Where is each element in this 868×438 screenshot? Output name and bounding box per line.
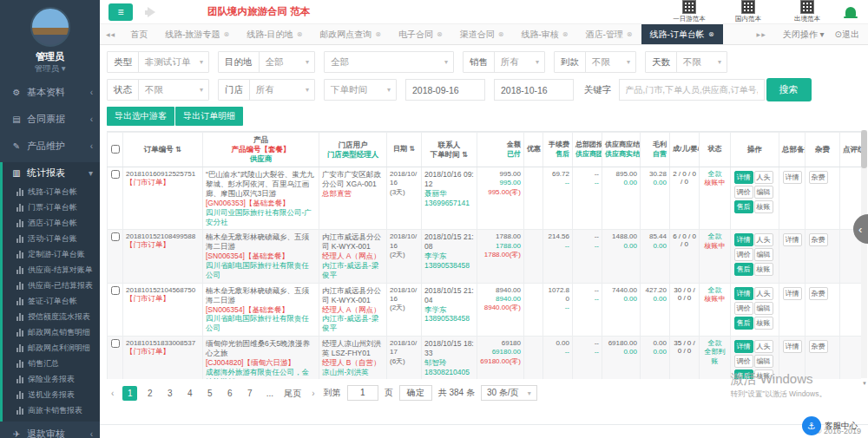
sidebar-subitem[interactable]: 线路-订单台帐 (3, 184, 100, 199)
tab[interactable]: 线路-订单台帐 ⊗ (641, 24, 723, 44)
tab[interactable]: 线路-目的地 ⊗ (238, 24, 311, 44)
sidebar-subitem[interactable]: 活动-订单台账 (3, 231, 100, 246)
row-action-button[interactable]: 人头 (754, 287, 773, 300)
column-header[interactable]: 总部团报供应商团报 (573, 133, 602, 167)
goto-confirm-button[interactable]: 确定 (399, 385, 432, 401)
row-action-button[interactable]: 详情 (734, 171, 753, 184)
page-number[interactable]: 6 (222, 386, 237, 401)
scrollbar-down-icon[interactable]: ▼ (862, 381, 867, 386)
sidebar-subitem[interactable]: 酒店-订单台帐 (3, 215, 100, 231)
store-filter-select[interactable]: 门店 所有 ▾ (218, 79, 315, 101)
logout-button[interactable]: ⊙退出 (835, 29, 859, 41)
page-number[interactable]: 4 (182, 386, 197, 401)
tab[interactable]: 首页 (122, 24, 156, 44)
row-action-button[interactable]: 调价 (734, 302, 753, 315)
tab-close-icon[interactable]: ⊗ (297, 30, 303, 38)
tab[interactable]: 电子合同 ⊗ (390, 24, 451, 44)
column-header[interactable]: 成/儿/婴/房 (670, 133, 700, 167)
sidebar-subitem[interactable]: 门票-订单台帐 (3, 199, 100, 215)
filter-select[interactable]: 销售 所有 ▾ (463, 51, 545, 73)
close-operations-dropdown[interactable]: 关闭操作 ▾ (783, 29, 825, 41)
sidebar-section[interactable]: ▤ 合同票据 ‹ (3, 108, 100, 130)
page-number[interactable]: 3 (162, 386, 177, 401)
sidebar-subitem[interactable]: 商旅卡销售报表 (3, 402, 100, 418)
user-role-dropdown[interactable]: 管理员 ▾ (0, 63, 100, 75)
column-header[interactable]: 供应商应结供应商实结 (602, 133, 641, 167)
tab-close-icon[interactable]: ⊗ (498, 30, 504, 38)
column-header[interactable]: 杂费 (806, 133, 840, 167)
filter-select[interactable]: 目的地 全部 ▾ (218, 51, 315, 73)
filter-select[interactable]: 类型 非测试订单 ▾ (107, 51, 209, 73)
sidebar-section[interactable]: ⚙ 基本资料 ‹ (3, 82, 100, 103)
row-action-button[interactable]: 售后 (734, 317, 753, 330)
time-type-select[interactable]: 下单时间 ▾ (324, 79, 397, 101)
tab-close-icon[interactable]: ⊗ (437, 30, 443, 38)
row-action-button[interactable]: 编辑 (754, 355, 773, 368)
date-from-input[interactable] (405, 79, 485, 101)
sidebar-subitem[interactable]: 邮政网点销售明细 (3, 324, 100, 340)
hamburger-menu-button[interactable]: ≡ (108, 3, 133, 21)
row-action-button[interactable]: 调价 (734, 186, 753, 199)
row-action-button[interactable]: 详情 (734, 287, 753, 300)
row-action-button[interactable]: 人头 (754, 171, 773, 184)
row-action-button[interactable]: 调价 (734, 248, 753, 261)
tabs-scroll-right-icon[interactable]: ▶▶ (751, 31, 773, 37)
row-action-button[interactable]: 编辑 (754, 248, 773, 261)
row-action-button[interactable]: 核账 (754, 317, 773, 330)
filter-select[interactable]: 到款 不限 ▾ (554, 51, 636, 73)
tab-close-icon[interactable]: ⊗ (375, 30, 381, 38)
row-action-button[interactable]: 详情 (734, 340, 753, 353)
row-action-button[interactable]: 编辑 (754, 302, 773, 315)
tab-close-icon[interactable]: ⊗ (627, 30, 633, 38)
page-number[interactable]: ... (262, 386, 277, 401)
column-header[interactable]: 操作 (731, 133, 779, 167)
sidebar-subitem[interactable]: 保险业务报表 (3, 371, 100, 387)
tab-close-icon[interactable]: ⊗ (708, 30, 714, 38)
sidebar-subitem[interactable]: 送机业务报表 (3, 387, 100, 402)
search-button[interactable]: 搜索 (766, 78, 812, 101)
sidebar-subitem[interactable]: 供应商-已结算报表 (3, 278, 100, 293)
tab[interactable]: 线路-审核 ⊗ (512, 24, 576, 44)
row-action-button[interactable]: 核账 (754, 200, 773, 213)
export-selected-guests-button[interactable]: 导出选中游客 (107, 107, 174, 126)
row-action-button[interactable]: 核账 (754, 263, 773, 276)
sidebar-subitem[interactable]: 供应商-结算对账单 (3, 262, 100, 278)
misc-fee-button[interactable]: 杂费 (809, 233, 828, 246)
sidebar-subitem[interactable]: 销售汇总 (3, 356, 100, 371)
misc-fee-button[interactable]: 杂费 (809, 287, 828, 300)
customer-service-widget[interactable]: ⚓ 客服中心 (802, 416, 858, 435)
column-header[interactable]: 门店用户门店类型经理人 (319, 133, 387, 167)
row-checkbox[interactable] (111, 170, 120, 179)
sidebar-subitem[interactable]: 定制游-订单台账 (3, 246, 100, 262)
column-header[interactable]: 日期 ⇅ (387, 133, 422, 167)
keyword-input[interactable] (619, 79, 765, 101)
sidebar-section[interactable]: ▥ 统计报表 ▾ (3, 162, 100, 184)
page-number[interactable]: 7 (242, 386, 257, 401)
per-page-select[interactable]: 30 条/页 ▾ (481, 385, 537, 401)
hq-note-button[interactable]: 详情 (783, 340, 802, 353)
row-checkbox[interactable] (111, 339, 120, 348)
row-checkbox[interactable] (111, 286, 120, 295)
goto-page-input[interactable]: 1 (347, 385, 378, 401)
column-header[interactable]: 订单编号 ⇅ (123, 133, 203, 167)
page-number[interactable]: 5 (202, 386, 217, 401)
sidebar-subitem[interactable]: 签证-订单台帐 (3, 293, 100, 309)
tab[interactable]: 线路-旅游专题 ⊗ (156, 24, 238, 44)
sidebar-section[interactable]: ✈ 退款审核 ‹ (3, 423, 100, 438)
filter-select[interactable]: 天数 不限 ▾ (645, 51, 727, 73)
tab-close-icon[interactable]: ⊗ (224, 30, 230, 38)
sidebar-subitem[interactable]: 邮政网点利润明细 (3, 340, 100, 356)
tab[interactable]: 酒店-管理 ⊗ (576, 24, 641, 44)
notification-bell-icon[interactable] (845, 7, 856, 16)
column-header[interactable]: 手续费售后 (543, 133, 573, 167)
column-header[interactable]: 产品产品编号【套餐】供应商 (203, 133, 319, 167)
column-header[interactable]: 优惠 (524, 133, 543, 167)
prev-page-icon[interactable]: ‹ (108, 389, 116, 398)
row-checkbox[interactable] (111, 232, 120, 241)
tab-close-icon[interactable]: ⊗ (562, 30, 569, 38)
row-action-button[interactable]: 售后 (734, 263, 753, 276)
hq-note-button[interactable]: 详情 (783, 287, 802, 300)
tab[interactable]: 邮政网点查询 ⊗ (311, 24, 390, 44)
status-filter-select[interactable]: 状态 不限 ▾ (107, 79, 209, 101)
column-header[interactable]: 点评红包 (840, 133, 862, 167)
